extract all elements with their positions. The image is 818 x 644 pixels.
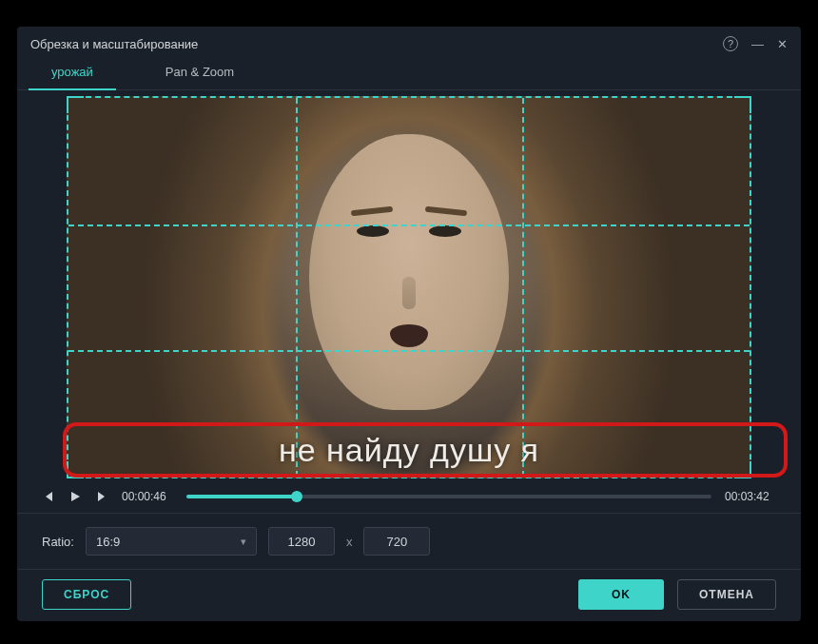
crop-handle-tr[interactable] xyxy=(734,96,751,113)
canvas-area: не найду душу я xyxy=(17,90,801,478)
seek-thumb[interactable] xyxy=(291,491,302,502)
window-title: Обрезка и масштабирование xyxy=(30,37,723,51)
grid-line xyxy=(68,224,750,226)
grid-line xyxy=(296,98,298,477)
reset-button[interactable]: СБРОС xyxy=(42,579,131,610)
next-frame-button[interactable] xyxy=(95,490,108,503)
ok-button[interactable]: OK xyxy=(578,579,664,610)
ratio-select[interactable]: 16:9 ▾ xyxy=(86,527,257,556)
cancel-button[interactable]: ОТМЕНА xyxy=(677,579,776,610)
minimize-icon[interactable]: — xyxy=(751,37,764,51)
close-icon[interactable]: ✕ xyxy=(777,37,788,51)
ratio-select-value: 16:9 xyxy=(96,535,120,549)
chevron-down-icon: ▾ xyxy=(241,536,246,548)
ratio-label: Ratio: xyxy=(42,535,74,549)
play-button[interactable] xyxy=(68,490,82,503)
tab-pan-zoom[interactable]: Pan & Zoom xyxy=(143,57,257,90)
dimension-separator: x xyxy=(346,535,353,549)
crop-frame[interactable] xyxy=(67,96,751,478)
help-icon[interactable]: ? xyxy=(723,36,738,51)
grid-line xyxy=(522,98,524,477)
height-input[interactable]: 720 xyxy=(363,527,430,556)
crop-handle-tl[interactable] xyxy=(67,96,84,113)
video-preview[interactable]: не найду душу я xyxy=(67,96,751,478)
playback-bar: 00:00:46 00:03:42 xyxy=(17,478,801,513)
footer: СБРОС OK ОТМЕНА xyxy=(17,570,801,627)
grid-line xyxy=(68,350,750,352)
crop-zoom-window: Обрезка и масштабирование ? — ✕ урожай P… xyxy=(17,27,801,621)
width-input[interactable]: 1280 xyxy=(268,527,335,556)
total-time: 00:03:42 xyxy=(725,490,776,503)
seek-fill xyxy=(186,495,297,498)
tabs: урожай Pan & Zoom xyxy=(17,57,801,90)
current-time: 00:00:46 xyxy=(122,490,173,503)
subtitle-text: не найду душу я xyxy=(67,432,751,469)
titlebar-actions: ? — ✕ xyxy=(723,36,788,51)
titlebar: Обрезка и масштабирование ? — ✕ xyxy=(17,27,801,57)
seek-slider[interactable] xyxy=(186,495,711,498)
ratio-row: Ratio: 16:9 ▾ 1280 x 720 xyxy=(17,514,801,569)
prev-frame-button[interactable] xyxy=(42,490,55,503)
tab-crop[interactable]: урожай xyxy=(29,57,116,90)
